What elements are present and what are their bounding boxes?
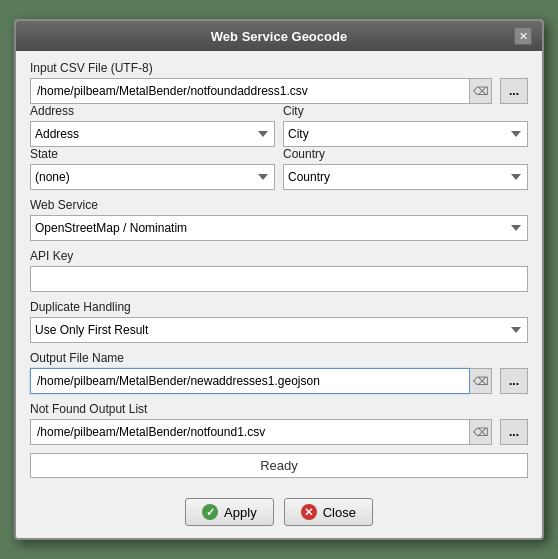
input-csv-browse-button[interactable]: ... (500, 78, 528, 104)
close-icon[interactable]: ✕ (514, 27, 532, 45)
city-col: City City (283, 104, 528, 147)
status-text: Ready (260, 458, 298, 473)
city-select[interactable]: City (283, 121, 528, 147)
country-col: Country Country (283, 147, 528, 190)
dialog-content: Input CSV File (UTF-8) ⌫ ... Address Add… (16, 51, 542, 488)
duplicate-handling-label: Duplicate Handling (30, 300, 528, 314)
not-found-clear-button[interactable]: ⌫ (470, 419, 492, 445)
apply-icon: ✓ (202, 504, 218, 520)
address-col: Address Address (30, 104, 275, 147)
input-csv-field-group: ⌫ (30, 78, 492, 104)
api-key-label: API Key (30, 249, 528, 263)
input-csv-row: ⌫ ... (30, 78, 528, 104)
input-csv-label: Input CSV File (UTF-8) (30, 61, 528, 75)
web-service-geocode-dialog: Web Service Geocode ✕ Input CSV File (UT… (14, 19, 544, 540)
web-service-select[interactable]: OpenStreetMap / Nominatim (30, 215, 528, 241)
button-row: ✓ Apply ✕ Close (16, 488, 542, 538)
web-service-label: Web Service (30, 198, 528, 212)
not-found-row: ⌫ ... (30, 419, 528, 445)
input-csv-clear-button[interactable]: ⌫ (470, 78, 492, 104)
address-select[interactable]: Address (30, 121, 275, 147)
address-city-row: Address Address City City (30, 104, 528, 147)
output-file-browse-button[interactable]: ... (500, 368, 528, 394)
not-found-label: Not Found Output List (30, 402, 528, 416)
state-col: State (none) (30, 147, 275, 190)
api-key-input[interactable] (30, 266, 528, 292)
close-label: Close (323, 505, 356, 520)
duplicate-handling-select[interactable]: Use Only First Result (30, 317, 528, 343)
apply-button[interactable]: ✓ Apply (185, 498, 274, 526)
status-bar: Ready (30, 453, 528, 478)
not-found-browse-button[interactable]: ... (500, 419, 528, 445)
apply-label: Apply (224, 505, 257, 520)
address-label: Address (30, 104, 275, 118)
close-btn-icon: ✕ (301, 504, 317, 520)
state-label: State (30, 147, 275, 161)
output-file-clear-button[interactable]: ⌫ (470, 368, 492, 394)
not-found-field-group: ⌫ (30, 419, 492, 445)
country-select[interactable]: Country (283, 164, 528, 190)
output-file-row: ⌫ ... (30, 368, 528, 394)
dialog-title: Web Service Geocode (44, 29, 514, 44)
close-button[interactable]: ✕ Close (284, 498, 373, 526)
country-label: Country (283, 147, 528, 161)
input-csv-field[interactable] (30, 78, 470, 104)
output-file-field-group: ⌫ (30, 368, 492, 394)
titlebar: Web Service Geocode ✕ (16, 21, 542, 51)
state-country-row: State (none) Country Country (30, 147, 528, 190)
output-file-field[interactable] (30, 368, 470, 394)
city-label: City (283, 104, 528, 118)
state-select[interactable]: (none) (30, 164, 275, 190)
not-found-field[interactable] (30, 419, 470, 445)
output-file-label: Output File Name (30, 351, 528, 365)
